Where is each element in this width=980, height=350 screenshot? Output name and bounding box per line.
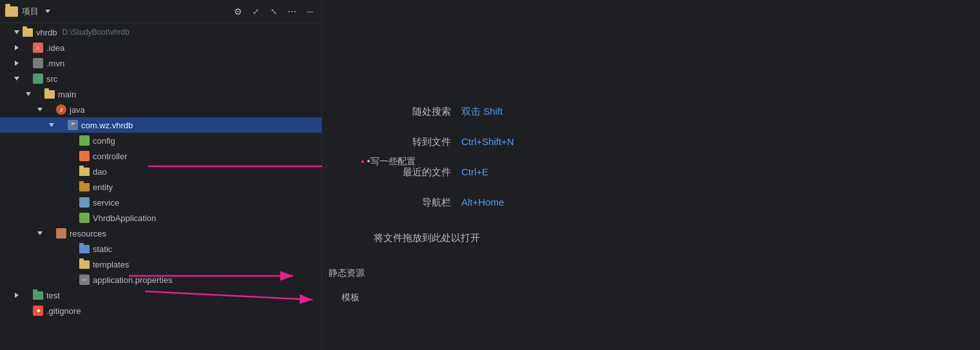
main-label: main	[58, 90, 76, 99]
sidebar: 项目 vhrdb D:\StudyBoot\vhrdb	[0, 0, 322, 350]
src-label: src	[46, 74, 57, 84]
chevron-main	[23, 89, 34, 99]
config-annotation-text: •写一些配置	[367, 156, 416, 168]
package-label: com.wz.vhrdb	[81, 121, 133, 130]
service-icon	[79, 197, 90, 208]
tree-item-dao[interactable]: dao	[0, 164, 322, 179]
templates-icon	[79, 258, 90, 270]
sidebar-title: 项目	[22, 6, 39, 17]
java-label: java	[70, 105, 85, 115]
shortcut-keys-1: Ctrl+Shift+N	[461, 136, 514, 147]
mvn-icon	[32, 57, 44, 69]
shortcut-row-1: 转到文件 Ctrl+Shift+N	[374, 136, 514, 148]
main-class-icon	[79, 212, 90, 224]
config-annotation: • •写一些配置	[361, 156, 416, 168]
shortcut-keys-0: 双击 Shift	[461, 106, 503, 118]
static-annotation-text: 静态资源	[329, 267, 365, 278]
tree-item-resources[interactable]: resources	[0, 226, 322, 241]
main-panel: • •写一些配置 静态资源 模板 随处搜索 双击 Shift 转到文件 Ctrl…	[322, 0, 980, 350]
tree-item-mvn[interactable]: .mvn	[0, 55, 322, 71]
shortcut-label-2: 最近的文件	[374, 166, 451, 179]
chevron-vhrdb	[12, 27, 22, 37]
tree-item-java[interactable]: J java	[0, 102, 322, 117]
shortcut-label-0: 随处搜索	[374, 106, 451, 118]
tree-item-main-class[interactable]: VhrdbApplication	[0, 210, 322, 226]
tree-item-gitignore[interactable]: ◆ .gitignore	[0, 303, 322, 318]
sidebar-title-group: 项目	[5, 6, 231, 17]
dao-label: dao	[93, 167, 107, 177]
project-folder-icon	[5, 6, 18, 17]
service-label: service	[93, 198, 119, 208]
tree-item-static[interactable]: static	[0, 241, 322, 257]
expand-button[interactable]	[249, 5, 262, 18]
config-label: config	[93, 136, 115, 146]
tree-item-main[interactable]: main	[0, 86, 322, 102]
drop-hint-text: 将文件拖放到此处以打开	[374, 232, 480, 243]
tree-item-vhrdb[interactable]: vhrdb D:\StudyBoot\vhrdb	[0, 24, 322, 40]
config-dot: •	[361, 156, 365, 168]
test-label: test	[46, 291, 60, 300]
main-class-label: VhrdbApplication	[93, 213, 156, 223]
dao-icon	[79, 166, 90, 177]
shortcut-row-2: 最近的文件 Ctrl+E	[374, 166, 488, 179]
file-tree-panel: 项目 vhrdb D:\StudyBoot\vhrdb	[0, 0, 322, 350]
resources-label: resources	[70, 229, 106, 238]
sidebar-actions	[231, 5, 316, 18]
chevron-package	[46, 120, 57, 130]
properties-icon: </>	[79, 274, 90, 286]
idea-icon: I	[32, 42, 44, 53]
shortcut-label-3: 导航栏	[374, 197, 451, 209]
controller-icon	[79, 150, 90, 162]
templates-annotation: 模板	[341, 292, 360, 304]
tree-item-test[interactable]: test	[0, 287, 322, 303]
templates-annotation-text: 模板	[341, 292, 360, 302]
shortcut-row-3: 导航栏 Alt+Home	[374, 197, 504, 209]
title-chevron-icon[interactable]	[45, 10, 50, 13]
static-icon	[79, 243, 90, 255]
chevron-java	[35, 104, 45, 115]
shortcut-keys-3: Alt+Home	[461, 197, 504, 208]
shortcut-keys-2: Ctrl+E	[461, 166, 488, 177]
tree-item-controller[interactable]: controller	[0, 148, 322, 164]
tree-item-service[interactable]: service	[0, 195, 322, 210]
vhrdb-label: vhrdb	[36, 28, 57, 37]
test-icon	[32, 289, 44, 301]
file-tree: vhrdb D:\StudyBoot\vhrdb I .idea .mvn	[0, 23, 322, 350]
chevron-mvn	[12, 58, 22, 68]
collapse-button[interactable]	[267, 5, 280, 18]
properties-label: application.properties	[93, 275, 173, 285]
more-options-button[interactable]	[285, 5, 298, 18]
minimize-button[interactable]	[303, 5, 316, 18]
shortcuts-panel: 随处搜索 双击 Shift 转到文件 Ctrl+Shift+N 最近的文件 Ct…	[322, 0, 980, 350]
gitignore-label: .gitignore	[46, 306, 81, 316]
vhrdb-path: D:\StudyBoot\vhrdb	[62, 28, 130, 37]
chevron-idea	[12, 43, 22, 53]
entity-icon	[79, 181, 90, 193]
shortcut-label-1: 转到文件	[374, 136, 451, 148]
tree-item-src[interactable]: src	[0, 71, 322, 86]
chevron-src	[12, 73, 22, 84]
src-icon	[32, 73, 44, 84]
main-folder-icon	[44, 88, 55, 100]
chevron-test	[12, 290, 22, 300]
tree-item-package[interactable]: 📦 com.wz.vhrdb	[0, 117, 322, 133]
tree-item-config[interactable]: config	[0, 133, 322, 148]
chevron-resources	[35, 228, 45, 238]
resources-icon	[55, 228, 67, 239]
tree-item-idea[interactable]: I .idea	[0, 40, 322, 55]
tree-item-properties[interactable]: </> application.properties	[0, 272, 322, 287]
mvn-label: .mvn	[46, 59, 64, 68]
java-icon: J	[55, 104, 67, 115]
gitignore-icon: ◆	[32, 305, 44, 316]
sidebar-header: 项目	[0, 0, 322, 23]
tree-item-templates[interactable]: templates	[0, 257, 322, 272]
gear-button[interactable]	[231, 5, 244, 18]
shortcut-row-0: 随处搜索 双击 Shift	[374, 106, 503, 118]
drop-hint-container: 将文件拖放到此处以打开	[374, 232, 480, 244]
entity-label: entity	[93, 182, 113, 192]
templates-label: templates	[93, 260, 129, 269]
static-label: static	[93, 244, 112, 254]
tree-item-entity[interactable]: entity	[0, 179, 322, 195]
vhrdb-folder-icon	[22, 26, 34, 38]
idea-label: .idea	[46, 43, 64, 53]
